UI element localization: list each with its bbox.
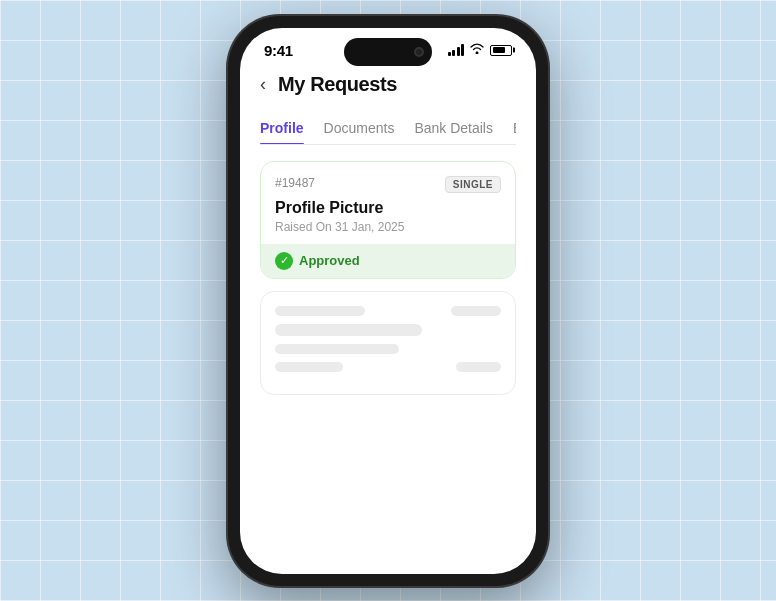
card-header: #19487 SINGLE [275, 176, 501, 193]
request-title: Profile Picture [275, 199, 501, 217]
page-title: My Requests [278, 73, 397, 96]
request-id: #19487 [275, 176, 315, 190]
dynamic-island [344, 38, 432, 66]
request-card[interactable]: #19487 SINGLE Profile Picture Raised On … [260, 161, 516, 279]
skeleton-card [260, 291, 516, 395]
page-header: ‹ My Requests [260, 73, 516, 96]
battery-icon [490, 45, 512, 56]
skeleton-line [275, 344, 399, 354]
screen-content: ‹ My Requests Profile Documents Bank Det… [240, 67, 536, 395]
skeleton-line [275, 324, 422, 336]
status-label: Approved [299, 253, 360, 268]
skeleton-line [275, 306, 365, 316]
skeleton-line [456, 362, 501, 372]
back-button[interactable]: ‹ [260, 74, 266, 95]
tab-profile[interactable]: Profile [260, 112, 304, 144]
skeleton-line [451, 306, 501, 316]
approved-icon: ✓ [275, 252, 293, 270]
status-time: 9:41 [264, 42, 293, 59]
tab-bank-details[interactable]: Bank Details [414, 112, 493, 144]
request-date: Raised On 31 Jan, 2025 [275, 220, 501, 234]
signal-icon [448, 44, 465, 56]
tab-employment[interactable]: Empl… [513, 112, 516, 144]
skeleton-line [275, 362, 343, 372]
request-badge: SINGLE [445, 176, 501, 193]
skeleton-row-1 [275, 306, 501, 316]
status-bar: 9:41 [240, 28, 536, 67]
tab-bar: Profile Documents Bank Details Empl… [260, 112, 516, 145]
status-icons [448, 43, 513, 57]
tab-documents[interactable]: Documents [324, 112, 395, 144]
phone-mockup: 9:41 [228, 16, 548, 586]
phone-screen: 9:41 [240, 28, 536, 574]
skeleton-row-2 [275, 362, 501, 372]
battery-fill [493, 47, 506, 53]
wifi-icon [470, 43, 484, 57]
camera-indicator [414, 47, 424, 57]
request-status-bar: ✓ Approved [261, 244, 515, 278]
